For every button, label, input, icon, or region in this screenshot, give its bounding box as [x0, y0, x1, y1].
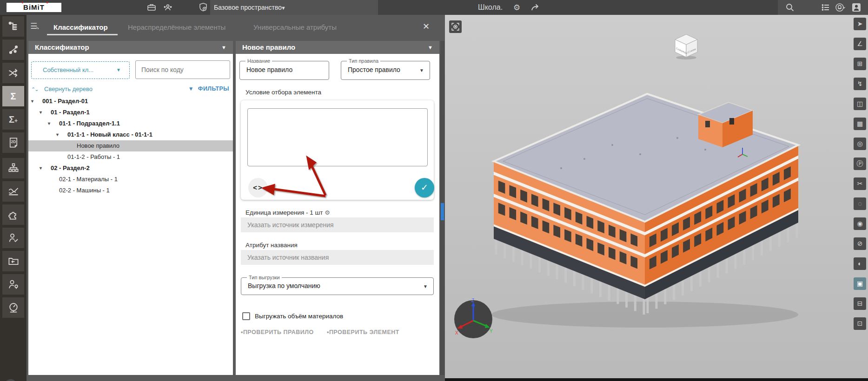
- drawings-2d-icon[interactable]: 2D: [2, 132, 24, 153]
- export-type-select[interactable]: Тип выгрузки Выгрузка по умолчанию ▼: [241, 277, 434, 295]
- focus-target-icon[interactable]: ◎: [854, 138, 866, 150]
- project-title: Школа.: [478, 3, 503, 12]
- relations-icon[interactable]: [2, 39, 24, 60]
- model-box-icon[interactable]: ▣: [854, 277, 866, 290]
- rule-type-select[interactable]: Тип правила Простое правило ▼: [341, 61, 430, 80]
- check-element-button[interactable]: •ПРОВЕРИТЬ ЭЛЕМЕНТ: [327, 329, 399, 335]
- share-icon[interactable]: [530, 2, 540, 13]
- user-location-icon[interactable]: [2, 274, 24, 295]
- navigation-gizmo[interactable]: X Y Z: [452, 298, 494, 340]
- lightning-icon[interactable]: ↯: [854, 78, 866, 90]
- expand-arrow-icon[interactable]: ▾: [56, 129, 59, 140]
- dashboard-gauge-icon[interactable]: [2, 297, 24, 318]
- expand-arrow-icon[interactable]: ▾: [40, 107, 42, 118]
- plugins-puzzle-icon[interactable]: [2, 204, 24, 225]
- tree-row[interactable]: ▾ 001 - Раздел-01: [28, 96, 233, 107]
- tree-row[interactable]: ▾ 01 - Раздел-1: [28, 107, 233, 118]
- shuffle-icon[interactable]: [2, 63, 24, 83]
- help-button[interactable]: ?: [5, 379, 17, 381]
- chevron-down-icon[interactable]: ▼: [428, 41, 433, 54]
- expand-arrow-icon[interactable]: ▾: [40, 163, 42, 174]
- hide-icon[interactable]: ⊘: [854, 237, 866, 250]
- org-structure-icon[interactable]: [2, 158, 24, 178]
- estimate-sigma-icon[interactable]: Σ: [2, 86, 24, 106]
- account-icon[interactable]: [851, 2, 861, 13]
- classifier-type-select[interactable]: Собственный кл... ▼: [31, 61, 130, 79]
- unit-source-field[interactable]: Указать источник измерения: [241, 217, 434, 232]
- export-folder-icon[interactable]: [2, 251, 24, 271]
- export-materials-label: Выгружать объём материалов: [255, 313, 343, 320]
- gizmo-x-label[interactable]: X: [455, 330, 458, 335]
- tree-row[interactable]: 02-1 - Материалы - 1: [28, 174, 233, 185]
- team-icon[interactable]: [163, 2, 173, 13]
- briefcase-icon[interactable]: [146, 2, 157, 13]
- layers-icon[interactable]: ⊟: [854, 297, 866, 310]
- select-arrow-icon[interactable]: ➤: [854, 18, 866, 30]
- attribute-source-field[interactable]: Указать источник названия: [241, 250, 434, 265]
- measure-icon[interactable]: ∠: [854, 38, 866, 50]
- unit-gear-icon[interactable]: ⚙: [325, 209, 330, 216]
- focus-section-icon[interactable]: [449, 20, 462, 33]
- tree-row[interactable]: 02-2 - Машины - 1: [28, 185, 233, 196]
- app-logo[interactable]: BiMiT: [7, 3, 61, 12]
- gear-icon[interactable]: ⚙: [513, 3, 523, 13]
- tree-row-selected[interactable]: Новое правило: [28, 140, 233, 151]
- condition-card: <> ✓: [241, 100, 434, 200]
- list-icon[interactable]: [821, 2, 831, 13]
- section-box-icon[interactable]: ⊞: [854, 58, 866, 70]
- code-search-input[interactable]: [135, 60, 230, 79]
- tab-classifier[interactable]: Классификатор: [53, 23, 108, 31]
- chevron-down-icon: ▼: [423, 284, 428, 289]
- notifications-icon[interactable]: [835, 2, 845, 13]
- rule-name-field[interactable]: Название Новое правило: [239, 61, 329, 80]
- school-building-model[interactable]: [445, 15, 868, 381]
- search-icon[interactable]: [785, 2, 795, 13]
- estimate-add-icon[interactable]: Σ+: [2, 109, 24, 130]
- scrollbar-thumb[interactable]: [441, 203, 444, 220]
- gizmo-y-label[interactable]: Y: [490, 328, 493, 334]
- tree-node-label: 01-1-1 - Новый класс - 01-1-1: [67, 129, 152, 140]
- visibility-icon[interactable]: ◉: [854, 217, 866, 230]
- isolate-icon[interactable]: ◌: [854, 197, 866, 210]
- condition-textarea[interactable]: [247, 108, 428, 166]
- clip-plane-icon[interactable]: ◫: [854, 98, 866, 110]
- check-rule-button[interactable]: •ПРОВЕРИТЬ ПРАВИЛО: [241, 329, 314, 335]
- tab-universal-attributes[interactable]: Универсальные атрибуты: [253, 23, 337, 31]
- tab-unallocated-elements[interactable]: Нераспределённые элементы: [128, 23, 225, 31]
- approve-user-icon[interactable]: [2, 228, 24, 248]
- tree-row[interactable]: ▾ 01-1 - Подраздел-1.1: [28, 118, 233, 129]
- close-icon[interactable]: ✕: [423, 21, 430, 32]
- export-materials-checkbox[interactable]: [242, 312, 250, 320]
- code-editor-button[interactable]: <>: [248, 178, 268, 197]
- model-viewport[interactable]: Спереди Слева X Y Z ➤∠⊞↯◫▦◎Ⓟ✂◌◉⊘◐▣⊟⊡: [445, 15, 868, 381]
- workspace-selector[interactable]: Базовое пространство: [214, 4, 282, 11]
- rule-panel-header[interactable]: Новое правило ▼: [236, 41, 439, 54]
- apply-condition-button[interactable]: ✓: [415, 178, 434, 197]
- shield-space-icon[interactable]: [198, 2, 208, 13]
- panel-scrollbar[interactable]: [440, 41, 444, 375]
- left-toolbar: Σ Σ+ 2D: [0, 15, 27, 381]
- filters-button[interactable]: ▼ ФИЛЬТРЫ: [188, 85, 229, 92]
- filters-label: ФИЛЬТРЫ: [198, 85, 229, 92]
- classifier-panel-header[interactable]: Классификатор ▼: [28, 41, 233, 54]
- chevron-down-icon[interactable]: ▼: [221, 41, 226, 54]
- viewer-settings-icon[interactable]: ⊡: [854, 317, 866, 330]
- properties-icon[interactable]: Ⓟ: [854, 158, 866, 170]
- top-bar: BiMiT Базовое пространство ▼ Школа. ⚙: [0, 0, 868, 15]
- expand-arrow-icon[interactable]: ▾: [48, 118, 50, 129]
- cut-section-icon[interactable]: ✂: [854, 177, 866, 190]
- classifier-tree-icon[interactable]: [2, 16, 24, 37]
- grid-icon[interactable]: ▦: [854, 118, 866, 130]
- transparency-icon[interactable]: ◐: [854, 257, 866, 270]
- collapse-tree-button[interactable]: ⌃⌄ Свернуть дерево: [31, 85, 93, 92]
- tree-row[interactable]: ▾ 01-1-1 - Новый класс - 01-1-1: [28, 129, 233, 140]
- logo-red-dot: [46, 2, 48, 3]
- gizmo-z-label[interactable]: Z: [471, 298, 474, 303]
- expand-arrow-icon[interactable]: ▾: [31, 96, 33, 107]
- view-cube[interactable]: Спереди Слева: [671, 31, 702, 60]
- tree-row[interactable]: 01-1-2 - Работы - 1: [28, 151, 233, 163]
- tree-row[interactable]: ▾ 02 - Раздел-2: [28, 163, 233, 174]
- chevron-down-icon[interactable]: ▼: [281, 5, 286, 11]
- trend-chart-icon[interactable]: [2, 181, 24, 202]
- panel-menu-icon[interactable]: ☰➘: [30, 21, 37, 31]
